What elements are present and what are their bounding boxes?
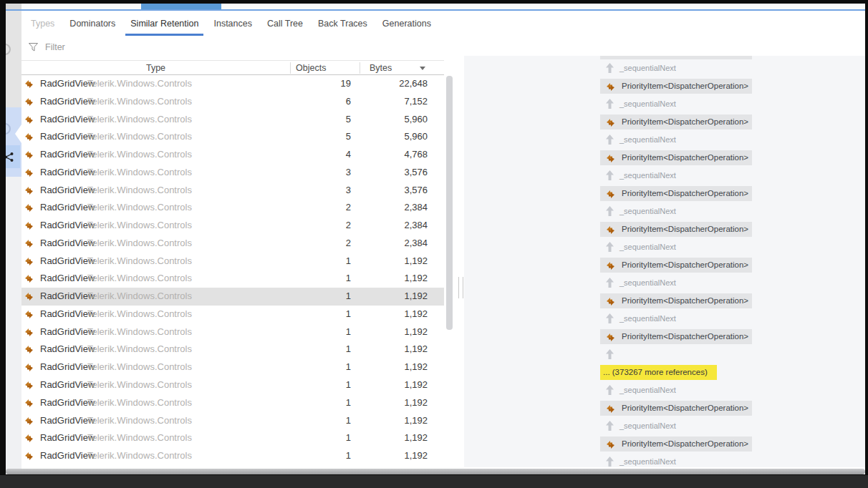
objects-value: 5: [346, 131, 351, 142]
sidebar-analysis-tab[interactable]: [6, 145, 20, 168]
type-name: RadGridView: [40, 202, 95, 213]
reference-field-label: _sequentialNext: [619, 457, 676, 466]
retained-type-icon: [24, 115, 34, 125]
up-arrow-icon: [606, 385, 614, 398]
table-row[interactable]: RadGridViewTelerik.Windows.Controls11,19…: [21, 412, 444, 430]
tab-types[interactable]: Types: [31, 11, 54, 36]
panel-splitter-handle[interactable]: [458, 277, 463, 298]
table-row[interactable]: RadGridViewTelerik.Windows.Controls11,19…: [21, 323, 444, 341]
up-arrow-icon: [606, 63, 614, 76]
table-row[interactable]: RadGridViewTelerik.Windows.Controls11,19…: [21, 394, 444, 412]
objects-value: 3: [346, 185, 351, 195]
retention-node[interactable]: PriorityItem<DispatcherOperation>: [600, 329, 752, 344]
table-row[interactable]: RadGridViewTelerik.Windows.Controls11,19…: [21, 341, 444, 358]
bytes-value: 4,768: [404, 149, 428, 160]
retention-link-row: _sequentialNext: [600, 95, 752, 113]
table-row[interactable]: RadGridViewTelerik.Windows.Controls33,57…: [21, 164, 444, 182]
table-row[interactable]: RadGridViewTelerik.Windows.Controls11,19…: [21, 358, 444, 376]
table-row[interactable]: RadGridViewTelerik.Windows.Controls11,19…: [21, 306, 444, 323]
table-row[interactable]: RadGridViewTelerik.Windows.Controls22,38…: [21, 217, 444, 235]
tab-call-tree[interactable]: Call Tree: [267, 11, 303, 36]
retention-node-label: PriorityItem<DispatcherOperation>: [622, 404, 748, 412]
objects-value: 6: [346, 96, 351, 107]
caret-down-icon[interactable]: [420, 67, 425, 70]
up-arrow-icon: [606, 170, 614, 183]
up-arrow-icon: [606, 457, 614, 467]
table-row[interactable]: RadGridViewTelerik.Windows.Controls1922,…: [21, 75, 444, 93]
retained-type-icon: [24, 150, 34, 160]
column-header-objects[interactable]: Objects: [296, 61, 326, 75]
app-window: TypesDominatorsSimilar RetentionInstance…: [0, 0, 868, 488]
bytes-value: 1,192: [404, 450, 428, 461]
retained-type-icon: [606, 296, 614, 305]
retention-node[interactable]: PriorityItem<DispatcherOperation>: [600, 258, 752, 273]
tab-instances[interactable]: Instances: [213, 11, 252, 36]
table-row[interactable]: RadGridViewTelerik.Windows.Controls33,57…: [21, 182, 444, 200]
table-row[interactable]: RadGridViewTelerik.Windows.Controls11,19…: [21, 447, 444, 465]
objects-value: 1: [346, 291, 351, 301]
analysis-page: TypesDominatorsSimilar RetentionInstance…: [6, 11, 865, 474]
horizontal-scrollbar[interactable]: [6, 469, 865, 474]
retention-graph-panel: _sequentialNextPriorityItem<DispatcherOp…: [464, 56, 865, 467]
retained-type-icon: [24, 186, 34, 195]
sidebar-item-current[interactable]: [6, 107, 21, 177]
table-row[interactable]: RadGridViewTelerik.Windows.Controls11,19…: [21, 253, 444, 270]
bytes-value: 1,192: [404, 326, 428, 337]
reference-field-label: _sequentialNext: [619, 386, 676, 394]
table-row[interactable]: RadGridViewTelerik.Windows.Controls11,19…: [21, 270, 444, 288]
retained-type-icon: [24, 239, 34, 248]
objects-value: 1: [346, 326, 351, 337]
tab-back-traces[interactable]: Back Traces: [318, 11, 367, 36]
reference-field-label: _sequentialNext: [619, 314, 676, 323]
type-namespace: Telerik.Windows.Controls: [87, 202, 192, 213]
retained-type-icon: [24, 328, 34, 337]
column-header-bytes[interactable]: Bytes: [370, 61, 392, 75]
table-row[interactable]: RadGridViewTelerik.Windows.Controls11,19…: [21, 429, 444, 447]
column-divider[interactable]: [290, 62, 291, 74]
retention-link-row: [600, 346, 752, 363]
tab-dominators[interactable]: Dominators: [69, 11, 115, 36]
retention-node[interactable]: PriorityItem<DispatcherOperation>: [600, 436, 752, 452]
bytes-value: 3,576: [404, 185, 428, 195]
retention-node[interactable]: PriorityItem<DispatcherOperation>: [600, 150, 752, 165]
retention-node[interactable]: PriorityItem<DispatcherOperation>: [600, 114, 752, 130]
reference-field-label: _sequentialNext: [619, 207, 676, 215]
retention-node-row: PriorityItem<DispatcherOperation>: [600, 256, 752, 274]
retention-node[interactable]: PriorityItem<DispatcherOperation>: [600, 222, 752, 237]
table-row[interactable]: RadGridViewTelerik.Windows.Controls22,38…: [21, 199, 444, 217]
column-header-type[interactable]: Type: [21, 61, 290, 75]
table-row[interactable]: RadGridViewTelerik.Windows.Controls67,15…: [21, 93, 444, 111]
retention-link-row: _sequentialNext: [600, 59, 752, 77]
objects-value: 1: [346, 361, 351, 372]
retention-node[interactable]: PriorityItem<DispatcherOperation>: [600, 401, 752, 416]
retention-node[interactable]: PriorityItem<DispatcherOperation>: [600, 186, 752, 201]
tab-similar-retention[interactable]: Similar Retention: [130, 11, 198, 36]
table-row[interactable]: RadGridViewTelerik.Windows.Controls22,38…: [21, 235, 444, 253]
type-namespace: Telerik.Windows.Controls: [87, 415, 192, 426]
bytes-value: 1,192: [404, 308, 428, 319]
sidebar-item-previous[interactable]: [6, 11, 21, 107]
type-name: RadGridView: [40, 96, 95, 107]
filter-bar[interactable]: Filter: [21, 38, 65, 57]
more-references-highlight[interactable]: ... (373267 more references): [600, 365, 717, 380]
tab-generations[interactable]: Generations: [382, 11, 431, 36]
table-vertical-scrollbar[interactable]: [446, 76, 453, 330]
bytes-value: 5,960: [404, 131, 428, 142]
up-arrow-icon: [606, 349, 614, 362]
column-divider[interactable]: [360, 62, 360, 74]
type-name: RadGridView: [40, 131, 95, 142]
objects-value: 5: [346, 114, 351, 125]
retention-node[interactable]: PriorityItem<DispatcherOperation>: [600, 293, 752, 308]
type-name: RadGridView: [40, 78, 95, 89]
table-row[interactable]: RadGridViewTelerik.Windows.Controls11,19…: [21, 288, 444, 306]
retention-node-row: PriorityItem<DispatcherOperation>: [600, 328, 752, 346]
table-row[interactable]: RadGridViewTelerik.Windows.Controls44,76…: [21, 146, 444, 164]
type-name: RadGridView: [40, 415, 95, 426]
table-row[interactable]: RadGridViewTelerik.Windows.Controls11,19…: [21, 376, 444, 394]
type-namespace: Telerik.Windows.Controls: [87, 167, 192, 177]
table-row[interactable]: RadGridViewTelerik.Windows.Controls55,96…: [21, 111, 444, 129]
bytes-value: 5,960: [404, 114, 428, 125]
retained-type-icon: [24, 310, 34, 319]
table-row[interactable]: RadGridViewTelerik.Windows.Controls55,96…: [21, 128, 444, 146]
retention-node[interactable]: PriorityItem<DispatcherOperation>: [600, 79, 752, 94]
